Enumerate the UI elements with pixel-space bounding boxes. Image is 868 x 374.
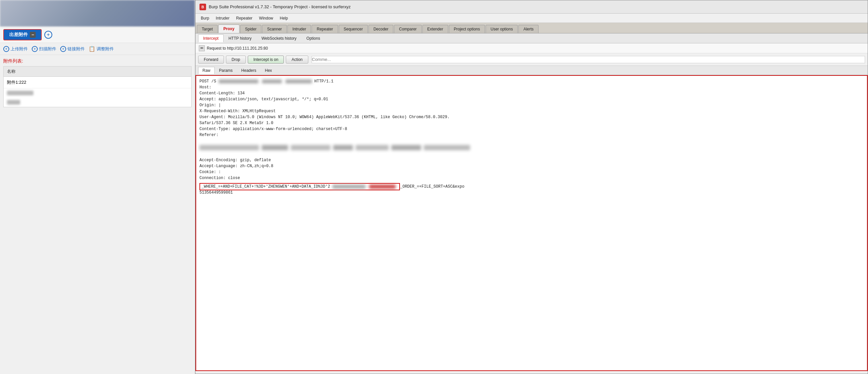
- scan-attachment-btn[interactable]: + 扫描附件: [32, 46, 56, 52]
- request-line-safari: Safari/537.36 SE 2.X MetaSr 1.0: [199, 120, 864, 126]
- url-blur-3: [285, 80, 312, 83]
- referer-blur-6: [391, 145, 421, 150]
- tab-toolbar: 出差附件 − +: [0, 27, 195, 43]
- attachment-table: 名称 附件1:222: [3, 66, 191, 107]
- upload-attachment-btn[interactable]: + 上传附件: [3, 46, 28, 52]
- link-label: 链接附件: [67, 46, 85, 52]
- link-icon: +: [60, 46, 66, 52]
- referer-blur-5: [355, 145, 389, 150]
- upload-icon: +: [3, 46, 9, 52]
- req-tab-params[interactable]: Params: [215, 67, 237, 74]
- tab-spider[interactable]: Spider: [240, 25, 262, 33]
- menu-window[interactable]: Window: [256, 15, 276, 22]
- req-tab-hex[interactable]: Hex: [261, 67, 276, 74]
- forward-button[interactable]: Forward: [198, 56, 224, 63]
- request-url: Request to http://10.111.201.25:80: [207, 46, 268, 51]
- action-buttons-row: + 上传附件 + 扫描附件 + 链接附件 📋 调整附件: [0, 43, 195, 55]
- request-line-content-type: Content-Type: application/x-www-form-url…: [199, 126, 864, 132]
- http-version: HTTP/1.1: [314, 79, 334, 84]
- referer-blur-2: [262, 145, 288, 150]
- table-row[interactable]: 附件1:222: [4, 77, 191, 88]
- tab-target[interactable]: Target: [197, 25, 218, 33]
- link-attachment-btn[interactable]: + 链接附件: [60, 46, 85, 52]
- request-line-useragent: User-Agent: Mozilla/5.0 (Windows NT 10.0…: [199, 114, 864, 120]
- minus-button[interactable]: −: [30, 32, 36, 38]
- req-tab-raw[interactable]: Raw: [198, 67, 215, 74]
- scan-icon: +: [32, 46, 38, 52]
- request-line-accept-encoding: Accept-Encoding: gzip, deflate: [199, 157, 864, 163]
- menu-help[interactable]: Help: [277, 15, 291, 22]
- sql-line: _WHERE_=+AND+FILE_CAT+!%3D+'ZHENGWEN'+AN…: [199, 183, 400, 190]
- sql-blur-red: [369, 185, 396, 189]
- proxy-tab-options[interactable]: Options: [301, 34, 325, 42]
- tab-user-options[interactable]: User options: [486, 25, 518, 33]
- burp-window: B Burp Suite Professional v1.7.32 - Temp…: [195, 0, 868, 374]
- titlebar: B Burp Suite Professional v1.7.32 - Temp…: [195, 0, 868, 13]
- referer-blur-4: [333, 145, 353, 150]
- action-button[interactable]: Action: [286, 56, 308, 63]
- proxy-tab-websockets[interactable]: WebSockets history: [257, 34, 302, 42]
- adjust-attachment-btn[interactable]: 📋 调整附件: [89, 46, 114, 52]
- upload-label: 上传附件: [10, 46, 28, 52]
- sql-line-2: 51356449599861: [199, 190, 864, 196]
- request-info-bar: ✏ Request to http://10.111.201.25:80: [195, 44, 868, 53]
- req-tab-headers[interactable]: Headers: [237, 67, 260, 74]
- active-tab[interactable]: 出差附件 −: [3, 29, 42, 40]
- referer-blur-7: [424, 145, 470, 150]
- intercept-on-button[interactable]: Intercept is on: [248, 56, 284, 63]
- url-blur-1: [219, 80, 258, 83]
- request-line-content-length: Content-Length: 134: [199, 90, 864, 96]
- burp-icon: B: [199, 4, 206, 10]
- proxy-tab-http-history[interactable]: HTTP history: [224, 34, 257, 42]
- scan-label: 扫描附件: [39, 46, 56, 52]
- referer-blur-3: [291, 145, 331, 150]
- proxy-tab-intercept[interactable]: Intercept: [198, 34, 224, 42]
- tab-alerts[interactable]: Alerts: [518, 25, 538, 33]
- menubar: Burp Intruder Repeater Window Help: [195, 13, 868, 23]
- tab-project-options[interactable]: Project options: [449, 25, 485, 33]
- sql-order: _ORDER_=+FILE_SORT+ASC&expo: [400, 184, 464, 189]
- tab-proxy[interactable]: Proxy: [218, 25, 239, 33]
- tab-repeater[interactable]: Repeater: [312, 25, 338, 33]
- tab-scanner[interactable]: Scanner: [262, 25, 287, 33]
- window-title: Burp Suite Professional v1.7.32 - Tempor…: [209, 4, 351, 9]
- menu-intruder[interactable]: Intruder: [213, 15, 232, 22]
- request-line-accept: Accept: application/json, text/javascrip…: [199, 96, 864, 102]
- table-header: 名称: [4, 66, 191, 77]
- action-toolbar: Forward Drop Intercept is on Action: [195, 53, 868, 66]
- request-line-origin: Origin: |: [199, 102, 864, 108]
- request-line-cookie: Cookie: :: [199, 169, 864, 175]
- url-blur-2: [262, 80, 282, 83]
- proxy-tabs: Intercept HTTP history WebSockets histor…: [195, 33, 868, 44]
- referer-blur-area: [199, 139, 864, 156]
- sql-blur: [333, 185, 366, 189]
- request-line-1: POST /S HTTP/1.1: [199, 79, 864, 84]
- tab-comparer[interactable]: Comparer: [394, 25, 422, 33]
- sql-injection-container: _WHERE_=+AND+FILE_CAT+!%3D+'ZHENGWEN'+AN…: [199, 184, 864, 190]
- left-panel: 出差附件 − + + 上传附件 + 扫描附件 + 链接附件 📋 调整附件 附件列…: [0, 0, 195, 374]
- tab-sequencer[interactable]: Sequencer: [339, 25, 368, 33]
- request-tabs: Raw Params Headers Hex: [195, 66, 868, 75]
- comment-input[interactable]: [312, 56, 865, 63]
- attachment-list-label: 附件列表:: [0, 55, 195, 66]
- tab-intruder[interactable]: Intruder: [287, 25, 311, 33]
- tab-decoder[interactable]: Decoder: [369, 25, 393, 33]
- burp-icon-letter: B: [202, 5, 204, 9]
- adjust-label: 调整附件: [97, 46, 114, 52]
- request-line-referer: Referer:: [199, 132, 864, 138]
- request-body: POST /S HTTP/1.1 Host: Content-Length: 1…: [195, 75, 868, 371]
- add-tab-button[interactable]: +: [44, 31, 52, 39]
- drop-button[interactable]: Drop: [226, 56, 246, 63]
- tab-extender[interactable]: Extender: [423, 25, 448, 33]
- top-blur-area: [0, 0, 195, 27]
- method: POST /S: [199, 79, 216, 84]
- adjust-icon: 📋: [89, 46, 95, 52]
- request-line-xhr: X-Requested-With: XMLHttpRequest: [199, 108, 864, 114]
- referer-blur-1: [199, 145, 259, 150]
- edit-icon: ✏: [199, 45, 205, 51]
- main-tabs: Target Proxy Spider Scanner Intruder Rep…: [195, 23, 868, 33]
- menu-burp[interactable]: Burp: [198, 15, 212, 22]
- request-line-accept-language: Accept-Language: zh-CN,zh;q=0.8: [199, 163, 864, 169]
- menu-repeater[interactable]: Repeater: [234, 15, 255, 22]
- request-line-connection: Connection: close: [199, 175, 864, 181]
